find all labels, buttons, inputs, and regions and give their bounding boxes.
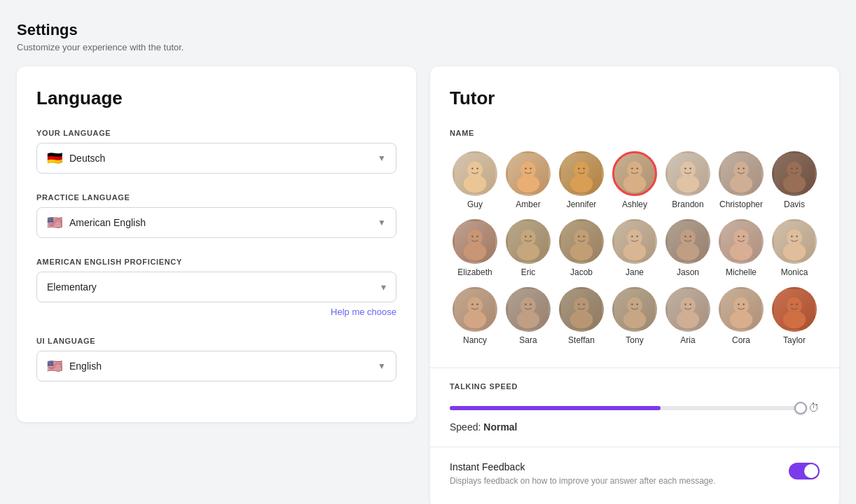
tutor-item-amber[interactable]: Amber xyxy=(503,148,553,212)
tutor-item-davis[interactable]: Davis xyxy=(769,148,820,212)
instant-feedback-row: Instant Feedback Displays feedback on ho… xyxy=(450,461,820,487)
svg-point-89 xyxy=(636,303,638,305)
tutor-avatar-taylor xyxy=(772,287,817,332)
your-language-value: Deutsch xyxy=(69,153,378,164)
svg-point-53 xyxy=(631,235,633,237)
tutor-item-jacob[interactable]: Jacob xyxy=(556,216,607,280)
your-language-label: YOUR LANGUAGE xyxy=(36,129,396,137)
svg-point-13 xyxy=(578,167,580,169)
svg-point-3 xyxy=(471,167,474,169)
tutor-avatar-monica xyxy=(772,219,817,264)
svg-point-7 xyxy=(517,175,540,192)
tutor-item-michelle[interactable]: Michelle xyxy=(716,216,766,280)
language-card-title: Language xyxy=(36,88,396,109)
tutor-item-jason[interactable]: Jason xyxy=(663,216,713,280)
svg-point-99 xyxy=(743,303,745,305)
page-header: Settings Customize your experience with … xyxy=(17,21,839,52)
speed-slider-row: ⏱ xyxy=(450,402,820,414)
svg-point-37 xyxy=(464,243,487,260)
svg-point-32 xyxy=(783,175,806,192)
svg-point-62 xyxy=(730,243,753,260)
tutor-item-brandon[interactable]: Brandon xyxy=(663,148,713,212)
tutor-item-cora[interactable]: Cora xyxy=(716,284,766,348)
tutor-item-eric[interactable]: Eric xyxy=(503,216,553,280)
tutor-item-taylor[interactable]: Taylor xyxy=(769,284,820,348)
tutor-item-nancy[interactable]: Nancy xyxy=(450,284,500,348)
tutor-avatar-christopher xyxy=(719,151,764,196)
tutor-avatar-guy xyxy=(453,151,497,196)
tutor-avatar-jane xyxy=(612,219,657,264)
tutor-name-brandon: Brandon xyxy=(672,200,703,209)
tutor-item-jane[interactable]: Jane xyxy=(609,216,660,280)
proficiency-label: AMERICAN ENGLISH PROFICIENCY xyxy=(36,258,396,266)
practice-language-label: PRACTICE LANGUAGE xyxy=(36,193,396,202)
practice-language-select[interactable]: 🇺🇸 American English ▼ xyxy=(36,207,396,238)
tutor-name-ashley: Ashley xyxy=(622,200,647,209)
svg-point-54 xyxy=(636,235,638,237)
proficiency-chevron-icon: ▾ xyxy=(381,281,386,293)
page-title: Settings xyxy=(17,21,839,39)
svg-point-67 xyxy=(783,243,806,260)
practice-language-group: PRACTICE LANGUAGE 🇺🇸 American English ▼ xyxy=(36,193,396,238)
your-language-select[interactable]: 🇩🇪 Deutsch ▼ xyxy=(36,143,396,174)
svg-point-33 xyxy=(791,167,793,169)
proficiency-select[interactable]: Elementary ▾ xyxy=(36,272,396,302)
tutor-avatar-cora xyxy=(719,287,764,332)
tutor-avatar-elizabeth xyxy=(453,219,497,264)
tutor-name-eric: Eric xyxy=(521,267,536,277)
talking-speed-label: TALKING SPEED xyxy=(450,382,820,391)
tutor-name-jane: Jane xyxy=(626,267,644,277)
tutor-item-tony[interactable]: Tony xyxy=(609,284,660,348)
svg-point-64 xyxy=(743,235,745,237)
tutor-item-aria[interactable]: Aria xyxy=(663,284,713,348)
divider2 xyxy=(430,447,839,447)
tutor-name-guy: Guy xyxy=(467,200,483,209)
svg-point-74 xyxy=(476,303,478,305)
svg-point-98 xyxy=(738,303,740,305)
tutor-name-jason: Jason xyxy=(677,267,699,277)
speed-slider-thumb[interactable] xyxy=(794,402,807,414)
help-me-choose-link[interactable]: Help me choose xyxy=(36,307,396,317)
svg-point-2 xyxy=(464,175,487,192)
svg-point-58 xyxy=(684,235,686,237)
svg-point-48 xyxy=(578,235,580,237)
speed-value: Normal xyxy=(483,421,517,433)
tutor-avatar-michelle xyxy=(719,219,764,264)
feedback-title: Instant Feedback xyxy=(450,461,780,472)
svg-point-12 xyxy=(570,175,593,192)
svg-point-103 xyxy=(791,303,793,305)
svg-point-57 xyxy=(677,243,700,260)
tutor-item-jennifer[interactable]: Jennifer xyxy=(556,148,607,212)
tutor-avatar-jason xyxy=(665,219,710,264)
svg-point-93 xyxy=(684,303,686,305)
svg-point-84 xyxy=(583,303,585,305)
svg-point-18 xyxy=(631,167,633,169)
tutor-name-tony: Tony xyxy=(626,335,643,345)
page-subtitle: Customize your experience with the tutor… xyxy=(17,42,839,52)
svg-point-43 xyxy=(525,235,527,237)
speed-icon: ⏱ xyxy=(808,402,820,414)
svg-point-69 xyxy=(796,235,798,237)
tutor-avatar-nancy xyxy=(453,287,497,332)
tutor-item-elizabeth[interactable]: Elizabeth xyxy=(450,216,500,280)
instant-feedback-toggle[interactable] xyxy=(789,463,820,479)
tutor-item-steffan[interactable]: Steffan xyxy=(556,284,607,348)
ui-language-chevron-icon: ▼ xyxy=(378,361,386,371)
tutor-item-christopher[interactable]: Christopher xyxy=(716,148,766,212)
toggle-knob xyxy=(804,464,818,478)
ui-language-select[interactable]: 🇺🇸 English ▼ xyxy=(36,351,396,382)
tutor-avatar-eric xyxy=(506,219,551,264)
speed-label-text: Speed: xyxy=(450,421,481,433)
tutor-item-monica[interactable]: Monica xyxy=(769,216,820,280)
tutor-item-ashley[interactable]: Ashley xyxy=(609,148,660,212)
speed-slider-track[interactable] xyxy=(450,406,801,410)
tutor-item-sara[interactable]: Sara xyxy=(503,284,553,348)
language-card: Language YOUR LANGUAGE 🇩🇪 Deutsch ▼ PRAC… xyxy=(17,66,416,422)
tutor-avatar-sara xyxy=(506,287,551,332)
practice-language-flag: 🇺🇸 xyxy=(47,215,62,230)
tutor-avatar-jacob xyxy=(559,219,604,264)
tutor-grid: Guy Amber Jennifer xyxy=(450,148,820,348)
tutor-name-cora: Cora xyxy=(732,335,750,345)
svg-point-82 xyxy=(570,311,593,328)
tutor-item-guy[interactable]: Guy xyxy=(450,148,500,212)
